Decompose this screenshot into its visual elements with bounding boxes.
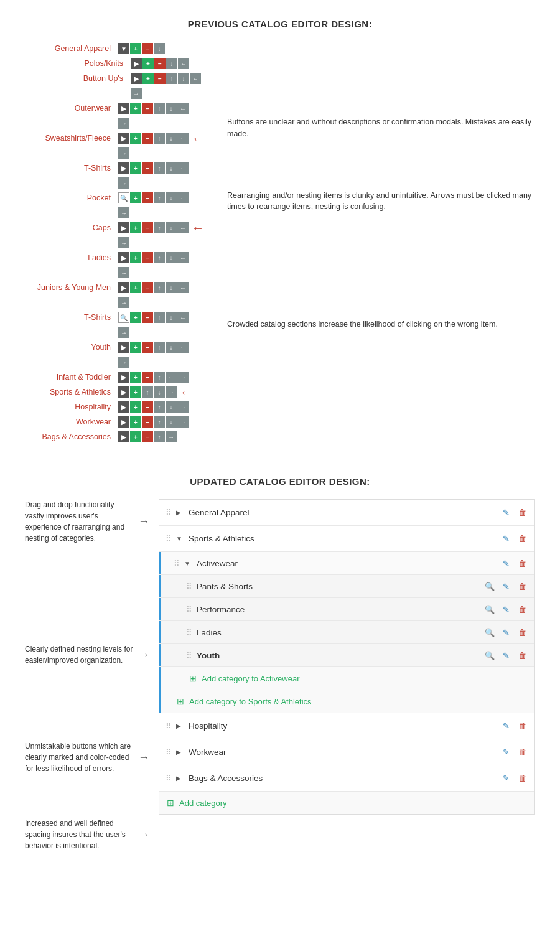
- up-btn[interactable]: ↑: [166, 73, 177, 84]
- remove-btn[interactable]: −: [142, 401, 153, 413]
- down-btn[interactable]: ↓: [178, 73, 189, 84]
- remove-btn[interactable]: −: [142, 342, 153, 353]
- search-btn[interactable]: 🔍: [118, 312, 129, 323]
- right-btn[interactable]: →: [177, 401, 189, 413]
- add-btn[interactable]: +: [130, 401, 141, 413]
- down-btn[interactable]: ↓: [166, 416, 177, 428]
- remove-btn[interactable]: −: [142, 43, 153, 54]
- drag-handle[interactable]: ⠿: [166, 534, 171, 543]
- up-btn[interactable]: ↑: [154, 431, 165, 442]
- remove-btn[interactable]: −: [142, 252, 153, 263]
- right-btn[interactable]: →: [118, 297, 129, 308]
- search-button[interactable]: 🔍: [483, 626, 496, 638]
- left-btn[interactable]: ←: [178, 58, 189, 69]
- delete-button[interactable]: 🗑: [516, 580, 528, 592]
- remove-btn[interactable]: −: [142, 431, 153, 442]
- delete-button[interactable]: 🗑: [516, 720, 528, 732]
- remove-btn[interactable]: −: [142, 282, 153, 293]
- play-btn[interactable]: ▶: [118, 386, 129, 398]
- left-btn[interactable]: ←: [177, 162, 189, 174]
- left-btn[interactable]: ←: [177, 252, 189, 263]
- drag-handle[interactable]: ⠿: [174, 559, 179, 568]
- add-btn[interactable]: +: [130, 222, 141, 233]
- down-btn[interactable]: ↓: [166, 312, 177, 323]
- edit-button[interactable]: ✎: [500, 557, 512, 569]
- right-btn[interactable]: →: [166, 386, 177, 398]
- play-btn[interactable]: ▶: [118, 103, 129, 114]
- search-button[interactable]: 🔍: [483, 580, 496, 592]
- delete-button[interactable]: 🗑: [516, 772, 528, 785]
- up-btn[interactable]: ↑: [154, 222, 165, 233]
- drag-handle[interactable]: ⠿: [166, 747, 171, 757]
- down-btn[interactable]: ↓: [154, 43, 165, 54]
- remove-btn[interactable]: −: [154, 73, 166, 84]
- up-btn[interactable]: ↑: [154, 401, 165, 413]
- remove-btn[interactable]: −: [142, 162, 153, 174]
- up-btn[interactable]: ↑: [154, 133, 165, 144]
- toggle-arrow[interactable]: ▶: [176, 509, 185, 516]
- play-btn[interactable]: ▶: [118, 162, 129, 174]
- remove-btn[interactable]: −: [142, 416, 153, 428]
- left-btn[interactable]: ←: [177, 222, 189, 233]
- search-button[interactable]: 🔍: [483, 649, 496, 662]
- edit-button[interactable]: ✎: [500, 772, 512, 785]
- up-btn[interactable]: ↑: [154, 103, 165, 114]
- delete-button[interactable]: 🗑: [516, 603, 528, 615]
- toggle-arrow[interactable]: ▶: [176, 723, 185, 729]
- right-btn[interactable]: →: [118, 327, 129, 338]
- down-btn[interactable]: ↓: [166, 222, 177, 233]
- drag-handle[interactable]: ⠿: [186, 582, 192, 591]
- add-btn[interactable]: +: [130, 372, 141, 383]
- add-btn[interactable]: +: [130, 386, 141, 398]
- edit-button[interactable]: ✎: [500, 533, 512, 545]
- down-btn[interactable]: ↓: [166, 252, 177, 263]
- search-btn[interactable]: 🔍: [118, 192, 129, 203]
- up-btn[interactable]: ↑: [154, 416, 165, 428]
- right-btn[interactable]: →: [131, 88, 142, 99]
- delete-button[interactable]: 🗑: [516, 649, 528, 662]
- up-btn[interactable]: ↑: [154, 252, 165, 263]
- play-btn[interactable]: ▶: [118, 222, 129, 233]
- up-btn[interactable]: ↑: [154, 372, 165, 383]
- up-btn[interactable]: ↑: [154, 192, 165, 203]
- play-btn[interactable]: ▶: [118, 372, 129, 383]
- right-btn[interactable]: →: [118, 267, 129, 278]
- down-btn[interactable]: ↓: [166, 162, 177, 174]
- right-btn[interactable]: →: [118, 357, 129, 368]
- left-btn[interactable]: ←: [177, 133, 189, 144]
- play-btn[interactable]: ▶: [118, 252, 129, 263]
- edit-button[interactable]: ✎: [500, 649, 512, 662]
- right-btn[interactable]: →: [118, 147, 129, 159]
- down-btn[interactable]: ↓: [166, 192, 177, 203]
- left-btn[interactable]: ←: [177, 312, 189, 323]
- left-btn[interactable]: ←: [177, 103, 189, 114]
- add-btn[interactable]: +: [130, 416, 141, 428]
- down-btn[interactable]: ↓: [166, 282, 177, 293]
- right-btn[interactable]: →: [118, 118, 129, 129]
- dropdown-btn[interactable]: ▼: [118, 43, 129, 54]
- play-btn[interactable]: ▶: [118, 431, 129, 442]
- right-btn[interactable]: →: [177, 416, 189, 428]
- toggle-arrow[interactable]: ▼: [176, 535, 185, 542]
- remove-btn[interactable]: −: [154, 58, 166, 69]
- add-cat-inner[interactable]: ⊞ Add category to Sports & Athletics: [161, 690, 534, 713]
- add-btn[interactable]: +: [130, 192, 141, 203]
- play-btn[interactable]: ▶: [131, 73, 142, 84]
- add-subcategory-activewear[interactable]: ⊞ Add category to Activewear: [159, 667, 534, 690]
- add-category-button[interactable]: ⊞ Add category: [159, 792, 534, 814]
- edit-button[interactable]: ✎: [500, 603, 512, 615]
- down-btn[interactable]: ↓: [166, 401, 177, 413]
- play-btn[interactable]: ▶: [118, 342, 129, 353]
- play-btn[interactable]: ▶: [131, 58, 142, 69]
- add-btn[interactable]: +: [130, 133, 141, 144]
- left-btn[interactable]: ←: [177, 282, 189, 293]
- edit-button[interactable]: ✎: [500, 507, 512, 519]
- right-btn[interactable]: →: [177, 372, 189, 383]
- add-btn[interactable]: +: [142, 58, 154, 69]
- edit-button[interactable]: ✎: [500, 720, 512, 732]
- remove-btn[interactable]: −: [142, 372, 153, 383]
- right-btn[interactable]: →: [118, 237, 129, 248]
- add-subcategory-sports[interactable]: ⊞ Add category to Sports & Athletics: [159, 690, 534, 713]
- play-btn[interactable]: ▶: [118, 282, 129, 293]
- add-btn[interactable]: +: [130, 103, 141, 114]
